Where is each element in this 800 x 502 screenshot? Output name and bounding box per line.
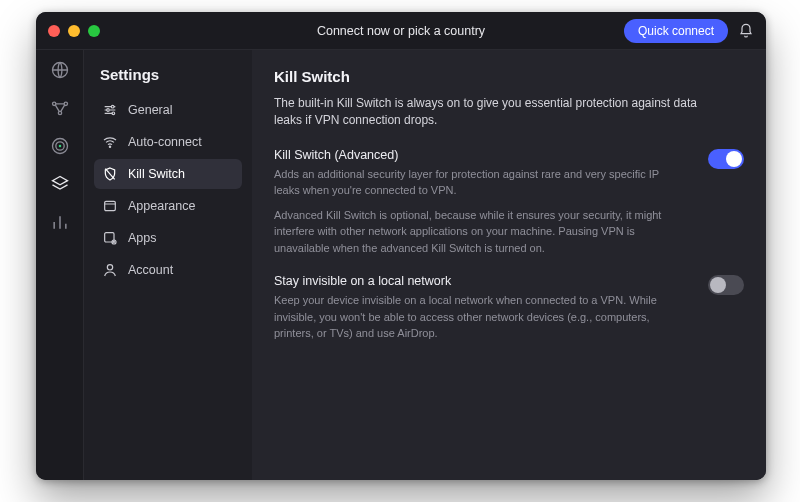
svg-point-7 (111, 105, 114, 108)
sidebar-item-label: Auto-connect (128, 135, 202, 149)
rail-stats-icon[interactable] (50, 212, 70, 232)
window-controls (48, 25, 100, 37)
rail-globe-icon[interactable] (50, 60, 70, 80)
sidebar-item-appearance[interactable]: Appearance (94, 191, 242, 221)
sidebar-item-label: Appearance (128, 199, 195, 213)
app-window: Connect now or pick a country Quick conn… (36, 12, 766, 480)
page-heading: Kill Switch (274, 68, 744, 85)
svg-point-3 (58, 111, 61, 114)
main-panel: Kill Switch The built-in Kill Switch is … (252, 50, 766, 480)
sidebar-item-auto-connect[interactable]: Auto-connect (94, 127, 242, 157)
svg-point-8 (107, 109, 110, 112)
setting-row-advanced: Kill Switch (Advanced) Adds an additiona… (274, 148, 744, 257)
setting-title: Kill Switch (Advanced) (274, 148, 694, 162)
notifications-icon[interactable] (738, 23, 754, 39)
toggle-kill-switch-advanced[interactable] (708, 149, 744, 169)
setting-description: Keep your device invisible on a local ne… (274, 292, 674, 342)
svg-point-2 (64, 102, 67, 105)
app-body: Settings General Auto-connect (36, 50, 766, 480)
sidebar-item-account[interactable]: Account (94, 255, 242, 285)
svg-point-9 (112, 112, 115, 115)
sidebar-item-kill-switch[interactable]: Kill Switch (94, 159, 242, 189)
wifi-icon (102, 134, 118, 150)
svg-point-10 (109, 146, 110, 147)
sidebar-list: General Auto-connect Kill Switch (94, 95, 242, 285)
sidebar-item-label: Apps (128, 231, 157, 245)
titlebar: Connect now or pick a country Quick conn… (36, 12, 766, 50)
sidebar-title: Settings (100, 66, 236, 83)
svg-rect-11 (105, 201, 116, 210)
setting-description: Adds an additional security layer for pr… (274, 166, 674, 257)
close-window-button[interactable] (48, 25, 60, 37)
minimize-window-button[interactable] (68, 25, 80, 37)
sliders-icon (102, 102, 118, 118)
quick-connect-button[interactable]: Quick connect (624, 19, 728, 43)
sidebar-item-label: Account (128, 263, 173, 277)
sidebar-item-label: General (128, 103, 172, 117)
svg-point-1 (52, 102, 55, 105)
sidebar-item-label: Kill Switch (128, 167, 185, 181)
window-icon (102, 198, 118, 214)
nav-rail (36, 50, 84, 480)
rail-mesh-icon[interactable] (50, 98, 70, 118)
setting-row-invisible: Stay invisible on a local network Keep y… (274, 274, 744, 342)
rail-radar-icon[interactable] (50, 136, 70, 156)
svg-point-14 (107, 265, 112, 270)
sidebar-item-apps[interactable]: Apps (94, 223, 242, 253)
zoom-window-button[interactable] (88, 25, 100, 37)
shield-off-icon (102, 166, 118, 182)
apps-icon (102, 230, 118, 246)
page-intro: The built-in Kill Switch is always on to… (274, 95, 704, 130)
svg-point-6 (58, 145, 61, 148)
sidebar-item-general[interactable]: General (94, 95, 242, 125)
user-icon (102, 262, 118, 278)
setting-title: Stay invisible on a local network (274, 274, 694, 288)
toggle-stay-invisible[interactable] (708, 275, 744, 295)
rail-settings-icon[interactable] (50, 174, 70, 194)
settings-sidebar: Settings General Auto-connect (84, 50, 252, 480)
